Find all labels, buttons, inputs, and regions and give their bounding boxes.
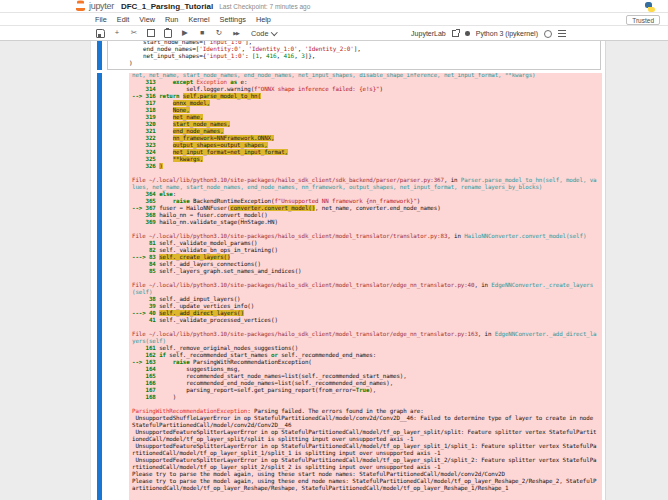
kernel-status-icon[interactable] (544, 30, 552, 38)
notebook-title[interactable]: DFC_1_Parsing_Tutorial (121, 2, 213, 11)
jupyter-wordmark: jupyter (89, 1, 114, 11)
chevron-down-icon (272, 29, 278, 35)
menu-item-file[interactable]: File (90, 15, 112, 24)
add-cell-icon[interactable]: + (112, 28, 122, 38)
notebook-scroll-area[interactable]: start_node_names=['input_1:0'], end_node… (0, 41, 668, 500)
cell-error-output: net, net_name, start_node_names, end_nod… (129, 73, 602, 500)
run-icon[interactable]: ▶ (180, 28, 190, 38)
notebook-page: start_node_names=['input_1:0'], end_node… (90, 41, 606, 500)
menu-item-run[interactable]: Run (160, 15, 183, 24)
hamburger-menu-icon[interactable] (558, 30, 566, 37)
save-icon[interactable] (95, 28, 105, 38)
paste-cell-icon[interactable] (163, 28, 173, 38)
traceback-text: net, net_name, start_node_names, end_nod… (132, 73, 599, 492)
menu-item-help[interactable]: Help (251, 15, 276, 24)
menu-item-view[interactable]: View (134, 15, 160, 24)
active-cell-indicator (97, 73, 102, 500)
toolbar: +✂▶■↻▶▶ Code JupyterLab Python 3 (ipyker… (0, 26, 668, 41)
stop-icon[interactable]: ■ (197, 28, 207, 38)
toolbar-right: JupyterLab Python 3 (ipykernel) (411, 26, 566, 41)
toolbar-icons: +✂▶■↻▶▶ (95, 28, 241, 38)
menu-item-kernel[interactable]: Kernel (183, 15, 214, 24)
menu-item-edit[interactable]: Edit (112, 15, 135, 24)
menu-bar: FileEditViewRunKernelSettingsHelp Truste… (0, 13, 668, 26)
active-cell-indicator (97, 41, 102, 70)
external-link-icon[interactable] (452, 30, 460, 38)
jupyterlab-link[interactable]: JupyterLab (411, 30, 446, 37)
kernel-name[interactable]: Python 3 (ipykernel) (476, 30, 538, 37)
copy-cell-icon[interactable] (146, 28, 156, 38)
cell-type-select[interactable]: Code (251, 29, 277, 38)
restart-run-all-icon[interactable]: ▶▶ (231, 28, 241, 38)
trusted-badge[interactable]: Trusted (626, 15, 660, 25)
jupyter-logo-icon[interactable] (75, 1, 86, 11)
python-logo-icon (645, 2, 655, 12)
cell-type-label: Code (251, 29, 268, 38)
checkpoint-status: Last Checkpoint: 7 minutes ago (219, 3, 310, 10)
menu-items: FileEditViewRunKernelSettingsHelp (90, 15, 276, 24)
code-cell-input[interactable]: start_node_names=['input_1:0'], end_node… (107, 41, 601, 70)
cut-cell-icon[interactable]: ✂ (129, 28, 139, 38)
status-dot-icon[interactable] (465, 31, 470, 36)
title-bar: jupyter DFC_1_Parsing_Tutorial Last Chec… (0, 0, 668, 13)
menu-item-settings[interactable]: Settings (215, 15, 251, 24)
restart-kernel-icon[interactable]: ↻ (214, 28, 224, 38)
code-cell-source: start_node_names=['input_1:0'], end_node… (129, 41, 600, 66)
